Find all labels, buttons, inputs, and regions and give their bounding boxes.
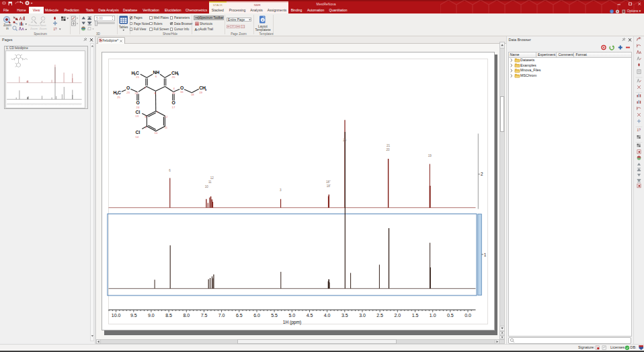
svg-text:4: 4 <box>173 87 175 90</box>
svg-text:24: 24 <box>136 106 140 109</box>
svg-text:7.5: 7.5 <box>201 313 208 318</box>
svg-text:2: 2 <box>481 172 483 176</box>
svg-text:6.0: 6.0 <box>253 313 260 318</box>
svg-text:20: 20 <box>387 148 391 151</box>
svg-text:3.0: 3.0 <box>359 313 366 318</box>
svg-text:O: O <box>126 85 130 90</box>
svg-text:11: 11 <box>165 126 168 129</box>
svg-text:C: C <box>136 71 139 75</box>
svg-text:25: 25 <box>343 139 347 142</box>
svg-text:19: 19 <box>199 91 202 94</box>
svg-text:10: 10 <box>155 131 158 135</box>
svg-text:2.0: 2.0 <box>394 313 401 318</box>
svg-text:Zoom: Zoom <box>40 26 47 30</box>
svg-text:1?: 1? <box>637 128 641 132</box>
svg-text:O: O <box>136 100 140 105</box>
svg-text:A: A <box>195 28 198 32</box>
svg-text:1: 1 <box>484 252 487 257</box>
svg-text:18: 18 <box>191 93 194 96</box>
svg-text:11: 11 <box>208 180 212 184</box>
svg-text:NH: NH <box>153 70 159 75</box>
svg-text:Cl: Cl <box>136 110 140 114</box>
svg-text:19: 19 <box>428 154 432 157</box>
svg-text:0.5: 0.5 <box>447 313 454 318</box>
svg-text:Zoom: Zoom <box>30 26 38 30</box>
svg-text:15: 15 <box>172 92 175 95</box>
svg-text:4.5: 4.5 <box>307 313 313 318</box>
svg-text:Cl: Cl <box>136 130 140 135</box>
svg-text:6: 6 <box>155 75 157 78</box>
svg-text:12: 12 <box>165 115 168 118</box>
svg-text:20: 20 <box>172 75 175 79</box>
svg-text:5.00: 5.00 <box>96 16 103 20</box>
svg-text:10: 10 <box>205 185 209 188</box>
svg-text:in: in <box>6 26 9 30</box>
svg-text:0.0: 0.0 <box>465 313 471 318</box>
svg-text:12: 12 <box>210 176 214 180</box>
svg-text:10.0: 10.0 <box>112 313 121 318</box>
svg-text:5.0: 5.0 <box>288 313 295 318</box>
svg-text:22: 22 <box>135 92 138 95</box>
svg-text:18': 18' <box>327 184 331 188</box>
svg-text:1.5: 1.5 <box>412 313 419 318</box>
svg-text:3: 3 <box>205 88 207 92</box>
svg-text:21: 21 <box>136 75 139 79</box>
svg-text:2.5: 2.5 <box>376 313 383 318</box>
svg-text:5.5: 5.5 <box>271 313 278 318</box>
svg-text:C: C <box>118 90 121 95</box>
svg-text:O: O <box>172 100 175 105</box>
svg-text:6.5: 6.5 <box>236 313 243 318</box>
svg-text:1:1: 1:1 <box>241 26 245 28</box>
svg-text:14: 14 <box>135 135 138 139</box>
svg-text:25: 25 <box>117 96 120 99</box>
svg-text:1?: 1? <box>54 27 58 30</box>
svg-text:4.0: 4.0 <box>324 313 331 318</box>
svg-text:9.0: 9.0 <box>148 313 155 318</box>
svg-text:3: 3 <box>280 188 282 192</box>
svg-text:7.0: 7.0 <box>218 313 225 318</box>
svg-text:9.5: 9.5 <box>130 313 137 318</box>
svg-text:1.0: 1.0 <box>430 313 436 318</box>
svg-text:1H (ppm): 1H (ppm) <box>283 320 301 325</box>
svg-text:16: 16 <box>180 90 184 94</box>
svg-text:3.5: 3.5 <box>341 313 348 318</box>
svg-text:18'': 18'' <box>326 180 331 184</box>
svg-text:8.5: 8.5 <box>165 313 172 318</box>
svg-text:21: 21 <box>387 144 391 147</box>
svg-text:17: 17 <box>172 106 175 109</box>
svg-text:23: 23 <box>126 91 130 94</box>
svg-text:13: 13 <box>135 114 138 118</box>
svg-text:6: 6 <box>169 169 171 172</box>
svg-text:3: 3 <box>177 73 179 76</box>
svg-text:8.0: 8.0 <box>183 313 190 318</box>
svg-text:Tables: Tables <box>119 26 128 29</box>
